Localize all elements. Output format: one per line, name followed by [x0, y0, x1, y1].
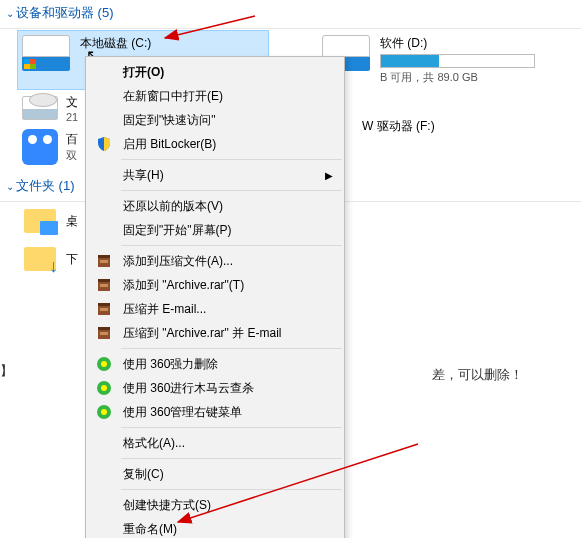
drive-e-label: 文	[66, 94, 78, 111]
context-menu: 打开(O) 在新窗口中打开(E) 固定到"快速访问" 启用 BitLocker(…	[85, 56, 345, 538]
menu-share[interactable]: 共享(H)▶	[87, 163, 343, 187]
devices-section-title: 设备和驱动器 (5)	[16, 4, 114, 22]
drive-d-sub: B 可用，共 89.0 GB	[380, 70, 564, 85]
menu-create-shortcut[interactable]: 创建快捷方式(S)	[87, 493, 343, 517]
menu-pin-quick-access[interactable]: 固定到"快速访问"	[87, 108, 343, 132]
drive-d-usage-bar	[380, 54, 535, 68]
menu-360-force-delete[interactable]: 使用 360强力删除	[87, 352, 343, 376]
folders-section-header[interactable]: ⌄ 文件夹 (1)	[0, 173, 79, 199]
rar-icon	[95, 324, 113, 342]
baidu-icon	[22, 129, 58, 165]
menu-compress-email[interactable]: 压缩并 E-mail...	[87, 297, 343, 321]
360-icon	[95, 403, 113, 421]
edge-char: 】	[0, 362, 13, 380]
drive-baidu-label: 百	[66, 131, 78, 148]
svg-rect-11	[100, 332, 108, 335]
svg-rect-10	[98, 327, 110, 330]
menu-compress-archive-email[interactable]: 压缩到 "Archive.rar" 并 E-mail	[87, 321, 343, 345]
drive-baidu-sub: 双	[66, 148, 78, 163]
svg-rect-5	[100, 284, 108, 287]
svg-rect-4	[98, 279, 110, 282]
folder-desktop-label: 桌	[66, 213, 78, 230]
svg-rect-2	[100, 260, 108, 263]
svg-rect-7	[98, 303, 110, 306]
360-icon	[95, 379, 113, 397]
menu-open-new-window[interactable]: 在新窗口中打开(E)	[87, 84, 343, 108]
menu-add-archive-rar[interactable]: 添加到 "Archive.rar"(T)	[87, 273, 343, 297]
submenu-arrow-icon: ▶	[325, 170, 333, 181]
drive-icon	[22, 35, 70, 71]
menu-360-manage-menu[interactable]: 使用 360管理右键菜单	[87, 400, 343, 424]
drive-f-label: W 驱动器 (F:)	[362, 118, 435, 135]
menu-restore-previous[interactable]: 还原以前的版本(V)	[87, 194, 343, 218]
disc-icon	[22, 96, 58, 120]
svg-point-15	[101, 385, 107, 391]
folder-icon	[24, 209, 56, 233]
drive-e-sub: 21	[66, 111, 78, 123]
menu-format[interactable]: 格式化(A)...	[87, 431, 343, 455]
svg-point-13	[101, 361, 107, 367]
menu-rename[interactable]: 重命名(M)	[87, 517, 343, 538]
360-icon	[95, 355, 113, 373]
menu-open[interactable]: 打开(O)	[87, 60, 343, 84]
chevron-down-icon: ⌄	[6, 8, 14, 19]
devices-section-header[interactable]: ⌄ 设备和驱动器 (5)	[0, 0, 118, 26]
svg-rect-8	[100, 308, 108, 311]
folders-section-title: 文件夹 (1)	[16, 177, 75, 195]
menu-copy[interactable]: 复制(C)	[87, 462, 343, 486]
chevron-down-icon: ⌄	[6, 181, 14, 192]
menu-pin-start[interactable]: 固定到"开始"屏幕(P)	[87, 218, 343, 242]
menu-bitlocker[interactable]: 启用 BitLocker(B)	[87, 132, 343, 156]
svg-rect-1	[98, 255, 110, 258]
rar-icon	[95, 300, 113, 318]
drive-d[interactable]: 软件 (D:) B 可用，共 89.0 GB	[318, 31, 568, 89]
menu-360-virus-scan[interactable]: 使用 360进行木马云查杀	[87, 376, 343, 400]
rar-icon	[95, 276, 113, 294]
drive-c-label: 本地磁盘 (C:)	[80, 35, 264, 52]
drive-d-label: 软件 (D:)	[380, 35, 564, 52]
menu-add-archive[interactable]: 添加到压缩文件(A)...	[87, 249, 343, 273]
shield-icon	[95, 135, 113, 153]
svg-point-17	[101, 409, 107, 415]
extra-text: 差，可以删除！	[432, 366, 523, 384]
folder-downloads-label: 下	[66, 251, 78, 268]
downloads-icon	[24, 247, 56, 271]
rar-icon	[95, 252, 113, 270]
